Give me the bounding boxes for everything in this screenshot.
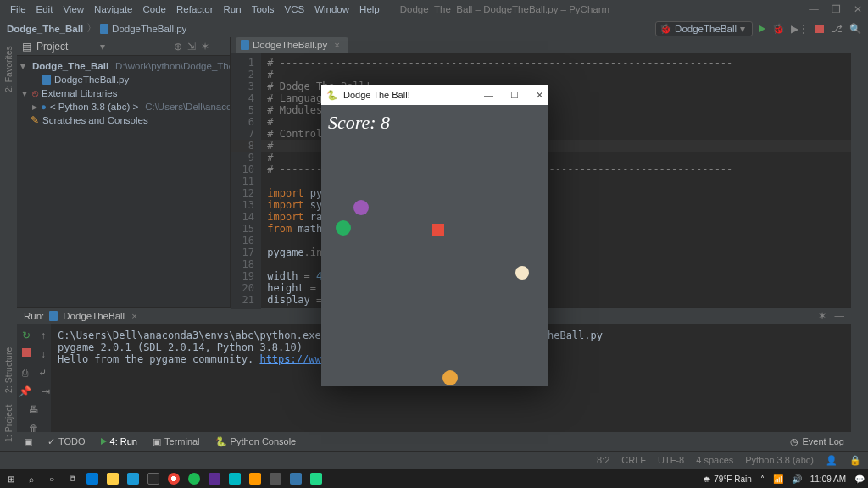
rerun-icon[interactable]: ↻ [22, 330, 31, 341]
run-coverage-button[interactable]: ▶⋮ [791, 23, 809, 35]
project-tree[interactable]: ▾ Dodge_The_Ball D:\work\python\Dodge_Th… [17, 56, 230, 130]
maximize-icon[interactable]: ❐ [831, 3, 841, 15]
menu-window[interactable]: Window [309, 4, 354, 14]
tw-terminal[interactable]: ▣ Terminal [153, 436, 200, 447]
tw-todo[interactable]: ✓ TODO [47, 436, 86, 447]
scroll-icon[interactable]: ⇥ [42, 385, 50, 397]
debug-button[interactable]: 🐞 [772, 23, 784, 35]
minimize-icon[interactable]: — [484, 90, 493, 101]
app-vs[interactable] [207, 471, 222, 486]
up-icon[interactable]: ↑ [41, 330, 46, 341]
tray-volume-icon[interactable]: 🔊 [792, 474, 802, 484]
app-cmd[interactable] [268, 471, 283, 486]
app-spotify[interactable] [186, 471, 202, 486]
menu-vcs[interactable]: VCS [279, 4, 309, 14]
status-lock-icon[interactable]: 🔒 [849, 455, 861, 466]
down-icon[interactable]: ↓ [41, 348, 46, 360]
run-tool-label: Run: [24, 311, 44, 321]
app-photos[interactable] [227, 471, 242, 486]
tree-file[interactable]: DodgeTheBall.py [54, 75, 129, 85]
status-indent[interactable]: 4 spaces [696, 455, 733, 466]
app-mail[interactable] [85, 471, 100, 486]
hide-icon[interactable]: — [835, 310, 845, 322]
menu-tools[interactable]: Tools [247, 4, 280, 14]
run-config-selector[interactable]: 🐞 DodgeTheBall ▾ [655, 21, 753, 36]
app-python[interactable] [288, 471, 303, 486]
python-file-icon [42, 75, 51, 85]
chevron-down-icon[interactable]: ▾ [100, 41, 105, 53]
menu-help[interactable]: Help [354, 4, 385, 14]
breadcrumb-file[interactable]: DodgeTheBall.py [112, 24, 186, 34]
status-python[interactable]: Python 3.8 (abc) [745, 455, 814, 466]
settings-icon[interactable]: ✶ [201, 41, 209, 53]
weather-widget[interactable]: 🌧 79°F Rain [703, 474, 751, 484]
menu-code[interactable]: Code [138, 4, 172, 14]
rail-favorites[interactable]: 2: Favorites [3, 46, 14, 92]
tab-close-icon[interactable]: × [334, 40, 340, 50]
pin-icon[interactable]: 📌 [19, 385, 31, 397]
library-icon: ⎋ [32, 88, 38, 98]
rail-project[interactable]: 1: Project [3, 405, 14, 442]
menu-file[interactable]: File [5, 4, 31, 14]
app-sublime[interactable] [248, 471, 263, 486]
tab-close-icon[interactable]: × [131, 311, 137, 321]
tw-event-log[interactable]: ◷ Event Log [790, 436, 844, 447]
collapse-icon[interactable]: ⇲ [187, 41, 196, 53]
taskview-icon[interactable]: ⧉ [64, 471, 80, 486]
rail-structure[interactable]: 2: Structure [3, 347, 14, 392]
status-pos[interactable]: 8:2 [597, 455, 609, 466]
search-icon[interactable]: ⌕ [24, 471, 39, 486]
scratches-icon: ✎ [31, 114, 39, 126]
tree-scratches[interactable]: Scratches and Consoles [42, 115, 148, 125]
pygame-titlebar[interactable]: 🐍 Dodge The Ball! — ☐ ✕ [321, 85, 548, 105]
tw-sidebar-icon[interactable]: ▣ [24, 436, 32, 447]
project-header-label[interactable]: Project [36, 41, 95, 53]
layout-icon[interactable]: ⎙ [22, 367, 28, 379]
maximize-icon[interactable]: ☐ [510, 90, 519, 101]
menu-refactor[interactable]: Refactor [171, 4, 218, 14]
project-root[interactable]: Dodge_The_Ball [32, 61, 108, 71]
app-edge[interactable] [125, 471, 141, 486]
tray-notifications-icon[interactable]: 💬 [854, 474, 865, 484]
menu-edit[interactable]: Edit [31, 4, 58, 14]
hide-icon[interactable]: — [214, 41, 225, 53]
stop-icon[interactable] [22, 348, 31, 357]
tw-run[interactable]: 4: Run [101, 436, 137, 446]
status-enc[interactable]: UTF-8 [658, 455, 684, 466]
app-explorer[interactable] [105, 471, 120, 486]
start-button[interactable]: ⊞ [3, 471, 19, 486]
search-everywhere-icon[interactable]: 🔍 [849, 23, 861, 35]
editor-tab[interactable]: DodgeTheBall.py × [236, 37, 348, 53]
tree-python-env[interactable]: < Python 3.8 (abc) > [50, 102, 138, 112]
tray-chevron-icon[interactable]: ˄ [760, 474, 765, 484]
tw-python-console[interactable]: 🐍 Python Console [215, 436, 297, 447]
tray-wifi-icon[interactable]: 📶 [773, 474, 783, 484]
vcs-button[interactable]: ⎇ [831, 23, 843, 35]
close-icon[interactable]: ✕ [536, 90, 543, 101]
locate-icon[interactable]: ⊕ [174, 41, 182, 53]
app-pycharm[interactable] [309, 471, 324, 486]
menu-navigate[interactable]: Navigate [89, 4, 137, 14]
windows-taskbar: ⊞ ⌕ ○ ⧉ 🌧 79°F Rain ˄ 📶 🔊 11:09 AM 💬 [0, 469, 868, 488]
run-tool-config[interactable]: DodgeTheBall [63, 311, 125, 321]
menu-view[interactable]: View [58, 4, 89, 14]
app-chrome[interactable] [166, 471, 181, 486]
minimize-icon[interactable]: — [809, 3, 819, 15]
pygame-canvas[interactable]: Score: 8 [321, 105, 548, 386]
status-crlf[interactable]: CRLF [621, 455, 646, 466]
app-store[interactable] [146, 471, 161, 486]
tree-external-libraries[interactable]: External Libraries [42, 88, 117, 98]
tray-clock[interactable]: 11:09 AM [810, 474, 846, 484]
cortana-icon[interactable]: ○ [44, 471, 59, 486]
run-button[interactable] [760, 25, 765, 32]
status-inspect-icon[interactable]: 👤 [826, 455, 837, 466]
wrap-icon[interactable]: ⤶ [38, 367, 47, 379]
project-view-icon[interactable]: ▤ [22, 41, 31, 53]
gear-icon[interactable]: ✶ [818, 310, 826, 322]
print-icon[interactable]: 🖶 [29, 404, 39, 416]
pygame-window[interactable]: 🐍 Dodge The Ball! — ☐ ✕ Score: 8 [321, 85, 548, 386]
breadcrumb-root[interactable]: Dodge_The_Ball [7, 24, 83, 34]
stop-button[interactable] [815, 25, 824, 33]
close-icon[interactable]: ✕ [853, 3, 863, 15]
menu-run[interactable]: Run [219, 4, 247, 14]
